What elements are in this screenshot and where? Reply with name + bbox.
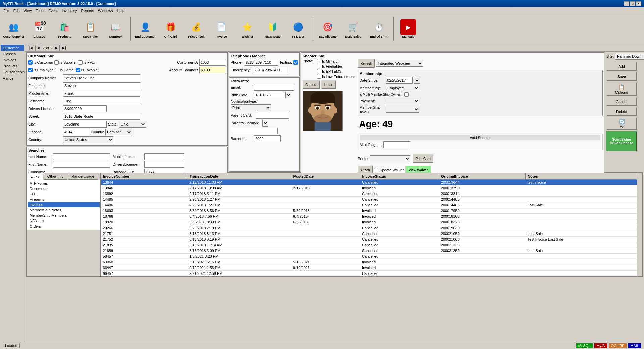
account-balance-input[interactable] bbox=[199, 67, 226, 73]
search-mobilephone-input[interactable] bbox=[144, 153, 184, 160]
nav-first-button[interactable]: |◀ bbox=[28, 45, 34, 51]
nav-invoices[interactable]: Invoices bbox=[1, 57, 24, 63]
company-name-input[interactable] bbox=[63, 74, 140, 81]
site-select[interactable]: Hammer Down Ran bbox=[615, 53, 644, 60]
table-row[interactable]: 144852/28/2018 1:27 PMCancelled200014485 bbox=[101, 197, 637, 202]
membership-select[interactable]: Employee bbox=[386, 85, 419, 91]
search-firstname-input[interactable] bbox=[53, 161, 110, 168]
table-row[interactable]: 144862/28/2018 1:27 PMCancelled200014486… bbox=[101, 202, 637, 208]
close-button[interactable]: ✕ bbox=[636, 1, 641, 6]
city-input[interactable] bbox=[63, 121, 107, 128]
nav-range[interactable]: Range bbox=[1, 75, 24, 81]
toolbar-stocktake[interactable]: 📋 StockTake bbox=[78, 15, 102, 42]
toolbar-gunbook[interactable]: 📖 GunBook bbox=[104, 15, 127, 42]
table-row[interactable]: 189206/9/2018 10:30 PM6/9/2018Invoiced20… bbox=[101, 219, 637, 225]
is-employee-check[interactable] bbox=[28, 68, 33, 72]
middlename-input[interactable] bbox=[63, 90, 140, 97]
drivers-license-input[interactable] bbox=[63, 105, 107, 112]
nav-housekeeping[interactable]: HouseKeeping bbox=[1, 69, 24, 75]
firstname-input[interactable] bbox=[63, 82, 140, 89]
link-nfa-link[interactable]: NFA Link bbox=[28, 218, 100, 223]
toolbar-bay-allocate[interactable]: 🎯 Bay Allocate bbox=[316, 15, 339, 42]
phone-input[interactable] bbox=[245, 59, 278, 66]
toolbar-invoice[interactable]: 📄 Invoice bbox=[210, 15, 233, 42]
print-card-button[interactable]: Print Card bbox=[413, 154, 433, 163]
multi-membership-check[interactable] bbox=[404, 92, 409, 97]
table-row[interactable]: 138922/17/2018 5:11 PMCancelled200013814 bbox=[101, 191, 637, 197]
membership-expiry-select[interactable] bbox=[386, 106, 419, 113]
toolbar-classes[interactable]: 📅 98 Classes bbox=[28, 15, 51, 42]
menu-tools[interactable]: Tools bbox=[34, 8, 46, 13]
table-row[interactable]: 136442/12/2018 11:03 AMCancelled20001364… bbox=[101, 180, 637, 185]
toolbar-multi-sales[interactable]: 🛒 Multi Sales bbox=[341, 15, 365, 42]
county-select[interactable]: Hamilton bbox=[105, 129, 132, 135]
is-supplier-check[interactable] bbox=[54, 60, 59, 65]
table-row[interactable]: 187666/4/2018 7:56 PM6/4/2018Invoiced200… bbox=[101, 214, 637, 219]
invoice-table-container[interactable]: InvoiceNumber TransactionDate PostedDate… bbox=[101, 173, 637, 276]
notification-select[interactable]: Print bbox=[231, 104, 271, 111]
table-row[interactable]: 664479/19/2021 1:53 PM9/19/2021Invoiced bbox=[101, 265, 637, 271]
f5-button[interactable]: 🔄 F5 bbox=[606, 117, 637, 130]
menu-file[interactable]: File bbox=[1, 8, 11, 13]
emergency-input[interactable] bbox=[254, 67, 287, 73]
link-ffl[interactable]: FFL bbox=[28, 191, 100, 197]
table-row[interactable]: 186035/30/2018 8:56 PM5/30/2018Invoiced2… bbox=[101, 208, 637, 214]
table-row[interactable]: 664579/21/2021 12:58 PMCancelled bbox=[101, 271, 637, 277]
menu-help[interactable]: Help bbox=[115, 8, 127, 13]
link-atf-forms[interactable]: ATF Forms bbox=[28, 181, 100, 186]
table-row[interactable]: 138462/17/2018 10:09 AM2/17/2018Invoiced… bbox=[101, 185, 637, 191]
is-customer-check[interactable] bbox=[28, 60, 33, 65]
nav-products[interactable]: Products bbox=[1, 63, 24, 69]
scan-swipe-button[interactable]: Scan/Swipe Driver License bbox=[606, 131, 637, 151]
toolbar-products[interactable]: 🛍️ Products bbox=[53, 15, 76, 42]
refresh-button[interactable]: Refresh bbox=[358, 59, 375, 68]
toolbar-wishlist[interactable]: ⭐ Wishlist bbox=[235, 15, 259, 42]
scrollbar[interactable] bbox=[637, 173, 642, 276]
cancel-button[interactable]: Cancel bbox=[606, 97, 637, 106]
import-button[interactable]: Import bbox=[321, 80, 336, 89]
zipcode-input[interactable] bbox=[63, 129, 90, 135]
tab-other-info[interactable]: Other Info bbox=[44, 173, 67, 180]
webcam-select[interactable]: Integrated Webcam bbox=[376, 60, 423, 67]
is-taxable-check[interactable] bbox=[76, 68, 80, 72]
options-button[interactable]: 📋 Options bbox=[606, 82, 637, 96]
minimize-button[interactable]: ─ bbox=[624, 1, 629, 6]
table-row[interactable]: 218598/16/2018 3:09 PMCancelled200021859… bbox=[101, 248, 637, 254]
country-select[interactable]: United States bbox=[63, 136, 113, 143]
table-row[interactable]: 630605/15/2021 6:16 PM5/15/2021Invoiced bbox=[101, 259, 637, 265]
void-flag-input[interactable] bbox=[383, 141, 410, 148]
add-button[interactable]: Add bbox=[606, 62, 637, 71]
nav-last-button[interactable]: ▶| bbox=[61, 45, 67, 51]
email-input[interactable] bbox=[254, 84, 294, 91]
menu-view[interactable]: View bbox=[22, 8, 34, 13]
toolbar-end-of-shift[interactable]: ⏱️ End Of Shift bbox=[367, 15, 390, 42]
birthdate-input[interactable] bbox=[254, 92, 284, 98]
date-since-input[interactable] bbox=[386, 77, 413, 84]
tab-range-usage[interactable]: Range Usage bbox=[68, 173, 98, 180]
is-home-check[interactable] bbox=[55, 68, 59, 72]
menu-reports[interactable]: Reports bbox=[79, 8, 96, 13]
menu-windows[interactable]: Windows bbox=[96, 8, 115, 13]
barcode-input[interactable] bbox=[254, 135, 281, 142]
lastname-input[interactable] bbox=[63, 98, 140, 104]
delete-button[interactable]: Delete bbox=[606, 107, 637, 116]
link-invoices[interactable]: Invoices bbox=[28, 202, 100, 207]
search-lastname-input[interactable] bbox=[53, 153, 110, 160]
nav-next-button[interactable]: ▶ bbox=[54, 45, 60, 51]
nav-classes[interactable]: Classes bbox=[1, 51, 24, 57]
parent-guardian-input[interactable] bbox=[231, 128, 278, 134]
table-row[interactable]: 218358/16/2018 11:14 AMCancelled20002113… bbox=[101, 242, 637, 248]
payment-select[interactable] bbox=[386, 98, 419, 104]
toolbar-gift-card[interactable]: 🎁 Gift Card bbox=[159, 15, 182, 42]
maximize-button[interactable]: □ bbox=[630, 1, 635, 6]
table-row[interactable]: 202666/23/2018 2:19 PMCancelled200019639 bbox=[101, 225, 637, 231]
toolbar-ffl-list[interactable]: 🔵 FFL List bbox=[286, 15, 310, 42]
texting-check[interactable] bbox=[293, 60, 298, 65]
link-firearms[interactable]: Firearms bbox=[28, 197, 100, 202]
parent-guardian-select[interactable]: ▼ bbox=[262, 120, 268, 127]
is-firefighter-check[interactable] bbox=[317, 64, 321, 68]
is-law-enforcement-check[interactable] bbox=[317, 74, 321, 79]
date-since-picker[interactable]: ▼ bbox=[414, 77, 420, 84]
birthdate-picker[interactable]: ▼ bbox=[285, 92, 291, 98]
printer-select[interactable] bbox=[370, 155, 410, 162]
